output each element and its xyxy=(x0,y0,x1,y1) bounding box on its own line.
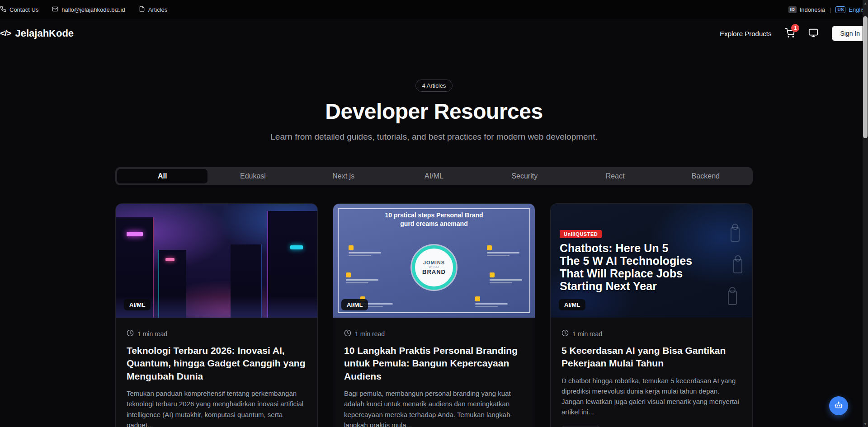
infographic-center-circle: JOMINS WTOJ BRAND xyxy=(412,245,456,290)
site-header: </> JelajahKode Explore Products 1 Sign … xyxy=(0,19,868,48)
tab-all[interactable]: All xyxy=(117,169,208,183)
article-excerpt: Bagi pemula, membangun personal branding… xyxy=(344,388,524,427)
article-card[interactable]: UnIIIQUSTED Chatbots: Here Un 5 The 5 W … xyxy=(550,203,753,427)
thumbnail-headline: Chatbots: Here Un 5 The 5 W AI Technolog… xyxy=(560,242,692,292)
hero-section: 4 Articles Developer Resources Learn fro… xyxy=(115,48,753,142)
articles-grid: AI/ML 1 min read Teknologi Terbaru 2026:… xyxy=(115,203,753,427)
brand-name: JelajahKode xyxy=(15,28,74,39)
topbar: Contact Us hallo@jelajahkode.biz.id Arti… xyxy=(0,0,868,19)
tab-nextjs[interactable]: Next js xyxy=(298,169,389,183)
article-card[interactable]: 10 prstical steps Personal Brand gurd cr… xyxy=(333,203,535,427)
cart-count-badge: 1 xyxy=(791,24,799,32)
thumbnail-red-badge: UnIIIQUSTED xyxy=(560,230,602,238)
articles-label: Articles xyxy=(148,6,168,13)
infographic-center-top: JOMINS xyxy=(423,260,445,265)
us-flag-badge: US xyxy=(835,6,845,13)
cart-button[interactable]: 1 xyxy=(785,28,795,39)
article-title: Teknologi Terbaru 2026: Inovasi AI, Quan… xyxy=(127,344,307,383)
email-label: hallo@jelajahkode.biz.id xyxy=(61,6,125,13)
tab-backend[interactable]: Backend xyxy=(660,169,751,183)
article-thumbnail-chatbots: UnIIIQUSTED Chatbots: Here Un 5 The 5 W … xyxy=(551,204,752,318)
topbar-left: Contact Us hallo@jelajahkode.biz.id Arti… xyxy=(0,6,167,14)
scrollbar[interactable]: ▲ ▼ xyxy=(863,0,868,427)
infographic-step-decoration xyxy=(346,272,378,283)
article-excerpt: D chatbot hingga robotika, temukan 5 kec… xyxy=(561,375,741,418)
language-separator: | xyxy=(830,6,831,13)
display-mode-button[interactable] xyxy=(808,28,818,39)
contact-us-link[interactable]: Contact Us xyxy=(0,6,38,14)
mail-icon xyxy=(52,6,58,14)
article-card-body: 1 min read 10 Langkah Praktis Personal B… xyxy=(333,318,535,427)
thumbnail-headline-line: Chatbots: Here Un 5 xyxy=(560,242,692,254)
robot-figure-decoration xyxy=(728,291,737,305)
clock-icon xyxy=(127,329,134,338)
infographic-center-mid: WTOJ xyxy=(429,265,439,268)
neon-sign-decoration xyxy=(165,258,175,261)
articles-link[interactable]: Articles xyxy=(139,6,168,14)
article-title: 10 Langkah Praktis Personal Branding unt… xyxy=(344,344,524,383)
brand-logo[interactable]: </> JelajahKode xyxy=(0,28,74,39)
contact-us-label: Contact Us xyxy=(9,6,38,13)
tab-react[interactable]: React xyxy=(570,169,660,183)
article-card-body: 1 min read Teknologi Terbaru 2026: Inova… xyxy=(116,318,317,427)
infographic-step-decoration xyxy=(490,272,522,283)
id-flag-badge: ID xyxy=(788,6,797,13)
infographic-step-decoration xyxy=(487,245,519,256)
articles-count-badge: 4 Articles xyxy=(415,80,453,92)
read-time: 1 min read xyxy=(137,330,167,338)
scroll-up-icon[interactable]: ▲ xyxy=(863,0,868,6)
article-title: 5 Kecerdasan AI yang Bisa Gantikan Peker… xyxy=(561,344,741,370)
email-link[interactable]: hallo@jelajahkode.biz.id xyxy=(52,6,125,14)
infographic-center-bottom: BRAND xyxy=(422,268,446,275)
article-card-body: 1 min read 5 Kecerdasan AI yang Bisa Gan… xyxy=(551,318,752,427)
infographic-title-line1: 10 prstical steps Personal Brand xyxy=(333,211,535,220)
infographic-step-decoration xyxy=(475,296,508,307)
robot-icon xyxy=(834,400,844,412)
chat-assistant-button[interactable] xyxy=(829,396,848,415)
infographic-title: 10 prstical steps Personal Brand gurd cr… xyxy=(333,211,535,228)
category-badge: AI/ML xyxy=(124,299,151,310)
main-content: 4 Articles Developer Resources Learn fro… xyxy=(115,48,753,427)
article-meta: 1 min read xyxy=(561,329,741,338)
robot-figure-decoration xyxy=(733,259,742,273)
category-badge: AI/ML xyxy=(559,299,585,310)
article-card[interactable]: AI/ML 1 min read Teknologi Terbaru 2026:… xyxy=(115,203,318,427)
scrollbar-thumb[interactable] xyxy=(863,16,868,138)
article-thumbnail-cyberpunk-city: AI/ML xyxy=(116,204,317,318)
article-meta: 1 min read xyxy=(344,329,524,338)
infographic-title-line2: gurd creams anemand xyxy=(333,220,535,228)
phone-icon xyxy=(0,6,6,14)
article-meta: 1 min read xyxy=(127,329,307,338)
neon-sign-decoration xyxy=(290,245,303,249)
thumbnail-headline-line: That Will Replace Jobs xyxy=(560,267,692,280)
category-badge: AI/ML xyxy=(341,299,368,310)
monitor-icon xyxy=(808,28,818,39)
explore-products-link[interactable]: Explore Products xyxy=(720,30,771,38)
language-option-indonesia[interactable]: ID Indonesia xyxy=(788,6,825,13)
thumbnail-headline-line: The 5 W AI Technologies xyxy=(560,254,692,267)
language-indonesia-label: Indonesia xyxy=(800,6,825,13)
read-time: 1 min read xyxy=(355,330,385,338)
neon-sign-decoration xyxy=(127,232,143,236)
page-subtitle: Learn from detailed guides, tutorials, a… xyxy=(115,132,753,142)
clock-icon xyxy=(561,329,569,338)
header-actions: Explore Products 1 Sign In xyxy=(720,26,868,41)
tab-edukasi[interactable]: Edukasi xyxy=(208,169,298,183)
tab-aiml[interactable]: AI/ML xyxy=(389,169,479,183)
scroll-down-icon[interactable]: ▼ xyxy=(863,421,868,427)
clock-icon xyxy=(344,329,351,338)
article-thumbnail-branding-infographic: 10 prstical steps Personal Brand gurd cr… xyxy=(333,204,535,318)
thumbnail-headline-line: Starting Next Year xyxy=(560,280,692,292)
read-time: 1 min read xyxy=(572,330,602,338)
robot-figure-decoration xyxy=(731,227,740,242)
file-icon xyxy=(139,6,145,14)
language-switcher: ID Indonesia | US English xyxy=(788,6,868,13)
article-excerpt: Temukan panduan komprehensif tentang per… xyxy=(127,388,307,427)
infographic-step-decoration xyxy=(349,245,381,256)
category-tabs: All Edukasi Next js AI/ML Security React… xyxy=(115,167,753,185)
code-logo-icon: </> xyxy=(0,28,11,38)
page-title: Developer Resources xyxy=(115,99,753,124)
tab-security[interactable]: Security xyxy=(479,169,570,183)
